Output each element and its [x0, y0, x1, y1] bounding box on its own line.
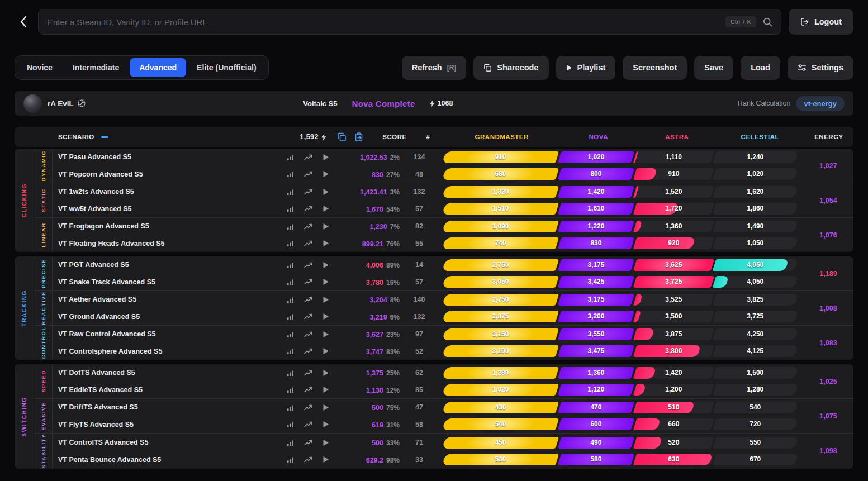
scenario-stats-icon[interactable] — [287, 170, 294, 178]
subcategory-label: SPEED — [40, 370, 46, 392]
search-icon[interactable] — [763, 17, 772, 27]
scenario-play-icon[interactable] — [322, 296, 329, 303]
scenario-progress-icon[interactable] — [304, 331, 312, 338]
scenario-stats-icon[interactable] — [287, 369, 294, 377]
scenario-play-icon[interactable] — [322, 456, 329, 463]
scenario-stats-icon[interactable] — [287, 313, 294, 320]
subcategory-label: REACTIVE — [40, 291, 46, 325]
scenario-play-icon[interactable] — [322, 261, 329, 269]
tier-segment-astra: 3,625 — [633, 259, 714, 271]
scenario-play-icon[interactable] — [322, 313, 329, 320]
scenario-play-icon[interactable] — [322, 404, 329, 411]
scenario-progress-icon[interactable] — [304, 240, 312, 247]
scenario-play-icon[interactable] — [322, 331, 329, 338]
tier-threshold-value: 3,550 — [559, 328, 633, 340]
search-input[interactable] — [39, 17, 725, 27]
scenario-stats-icon[interactable] — [287, 404, 294, 411]
playlist-button[interactable]: Playlist — [556, 56, 616, 80]
scenario-stats-icon[interactable] — [287, 205, 294, 212]
scenario-play-icon[interactable] — [322, 154, 329, 161]
scenario-stats-icon[interactable] — [287, 223, 294, 230]
scenario-play-icon[interactable] — [322, 421, 329, 428]
rank-calc-label: Rank Calculation — [738, 99, 791, 107]
export-clipboard-icon[interactable] — [354, 132, 363, 142]
tier-threshold-value: 1,050 — [714, 237, 796, 249]
scenario-stats-icon[interactable] — [287, 347, 294, 355]
scenario-progress-icon[interactable] — [304, 313, 312, 320]
scenario-play-icon[interactable] — [322, 240, 329, 247]
tier-threshold-value: 1,200 — [635, 384, 713, 396]
scenario-progress-icon[interactable] — [304, 404, 312, 411]
scenario-play-icon[interactable] — [322, 170, 329, 178]
leaderboard-rank: 48 — [400, 170, 439, 178]
sharecode-button[interactable]: Sharecode — [473, 56, 548, 80]
screenshot-button[interactable]: Screenshot — [623, 56, 687, 80]
scenario-progress-icon[interactable] — [304, 205, 312, 212]
scenario-stats-icon[interactable] — [287, 154, 294, 161]
scenario-stats-icon[interactable] — [287, 296, 294, 303]
scenario-stats-icon[interactable] — [287, 331, 294, 338]
scenario-stats-icon[interactable] — [287, 240, 294, 247]
tier-threshold-value: 510 — [635, 402, 713, 413]
scenario-play-icon[interactable] — [322, 439, 329, 446]
scenario-stats-icon[interactable] — [287, 456, 294, 463]
scenario-stats-icon[interactable] — [287, 188, 294, 196]
tab-intermediate[interactable]: Intermediate — [63, 58, 129, 77]
tier-segment-gm: 1,510 — [442, 203, 559, 215]
scenario-play-icon[interactable] — [322, 223, 329, 230]
category-label-cell: TRACKING — [15, 256, 34, 360]
scenario-progress-icon[interactable] — [304, 296, 312, 303]
scenario-stats-icon[interactable] — [287, 386, 294, 393]
total-energy-value: 1,592 — [300, 133, 319, 141]
scenario-stats-icon[interactable] — [287, 278, 294, 285]
scenario-progress-icon[interactable] — [304, 154, 312, 161]
tab-elite-unofficial[interactable]: Elite (Unofficial) — [187, 58, 266, 77]
tab-advanced[interactable]: Advanced — [130, 58, 186, 77]
score-value: 4,006 — [366, 261, 383, 269]
scenario-progress-icon[interactable] — [304, 170, 312, 178]
scenario-play-icon[interactable] — [322, 278, 329, 285]
tier-segment-astra: 3,525 — [633, 294, 714, 306]
subcategory-group-static: STATICVT 1w2ts Advanced S51,423.413%1321… — [34, 183, 853, 218]
logout-button[interactable]: Logout — [789, 9, 853, 35]
scenario-progress-icon[interactable] — [304, 347, 312, 355]
scenario-play-icon[interactable] — [322, 205, 329, 212]
energy-column-header: ENERGY — [804, 134, 854, 140]
rank-calc-selector[interactable]: vt-energy — [796, 96, 845, 111]
scenario-stats-icon[interactable] — [287, 439, 294, 446]
leaderboard-rank: 134 — [400, 153, 439, 161]
subcategory-energy: 1,054 — [803, 183, 853, 217]
load-button[interactable]: Load — [741, 56, 780, 80]
steam-icon[interactable] — [78, 99, 86, 107]
scenario-stats-icon[interactable] — [287, 261, 294, 269]
scenario-progress-icon[interactable] — [304, 278, 312, 285]
scenario-play-icon[interactable] — [322, 188, 329, 196]
scenario-progress-icon[interactable] — [304, 188, 312, 196]
search-bar[interactable]: Ctrl + K — [38, 9, 781, 35]
scenario-progress-icon[interactable] — [304, 223, 312, 230]
scenario-play-icon[interactable] — [322, 386, 329, 393]
scenario-progress-icon[interactable] — [304, 439, 312, 446]
save-button[interactable]: Save — [694, 56, 733, 80]
score-value: 830 — [372, 171, 383, 179]
back-button[interactable] — [15, 16, 31, 28]
scenario-progress-icon[interactable] — [304, 386, 312, 393]
leaderboard-rank: 52 — [400, 347, 439, 355]
tier-threshold-value: 1,020 — [714, 168, 796, 180]
score-value: 1,022.53 — [360, 154, 387, 161]
copy-scores-icon[interactable] — [337, 132, 347, 142]
refresh-button[interactable]: Refresh[R] — [402, 56, 467, 80]
threshold-bar: 450490520550 — [444, 437, 796, 449]
leaderboard-rank: 33 — [400, 456, 439, 464]
scenario-progress-icon[interactable] — [304, 369, 312, 377]
scenario-progress-icon[interactable] — [304, 261, 312, 269]
scenario-progress-icon[interactable] — [304, 456, 312, 463]
scenario-play-icon[interactable] — [322, 369, 329, 377]
avatar[interactable] — [23, 94, 42, 113]
scenario-progress-icon[interactable] — [304, 421, 312, 428]
tab-novice[interactable]: Novice — [17, 58, 62, 77]
collapse-icon[interactable] — [101, 136, 108, 138]
settings-button[interactable]: Settings — [788, 56, 853, 80]
scenario-play-icon[interactable] — [322, 347, 329, 355]
scenario-stats-icon[interactable] — [287, 421, 294, 428]
